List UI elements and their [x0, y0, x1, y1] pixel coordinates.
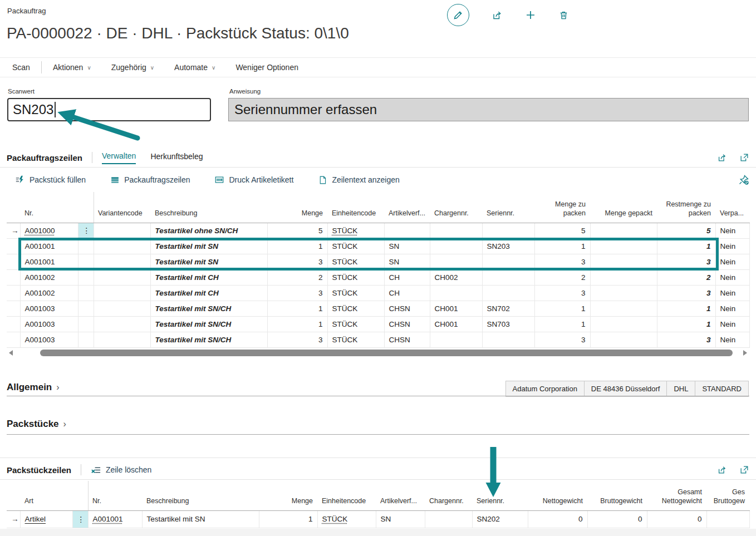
- cell-restmenge_zu_packen[interactable]: 3: [657, 254, 715, 269]
- scroll-left-arrow[interactable]: [9, 350, 13, 356]
- column-header[interactable]: Seriennr.: [482, 191, 534, 223]
- column-header[interactable]: Artikelverf...: [376, 480, 425, 510]
- cell-beschreibung[interactable]: Testartikel mit SN/CH: [150, 301, 267, 316]
- scrollbar-thumb[interactable]: [40, 350, 733, 356]
- cell-bruttogewicht[interactable]: 0: [587, 510, 647, 528]
- cell-beschreibung[interactable]: Testartikel mit CH: [150, 285, 267, 301]
- column-header[interactable]: Einheitencode: [327, 191, 384, 223]
- cell-menge[interactable]: 1: [267, 316, 327, 332]
- cell-seriennr[interactable]: SN703: [482, 316, 534, 332]
- cell-einheitencode[interactable]: STÜCK: [327, 238, 384, 254]
- scanwert-input[interactable]: SN203: [7, 98, 211, 121]
- cell-nr[interactable]: A001001: [20, 238, 78, 254]
- column-header[interactable]: Seriennr.: [472, 480, 528, 510]
- cell-variantencode[interactable]: [94, 254, 150, 269]
- table-row[interactable]: A001001Testartikel mit SN1STÜCKSNSN20311…: [7, 238, 749, 254]
- cell-nettogewicht[interactable]: 0: [528, 510, 587, 528]
- cell-beschreibung[interactable]: Testartikel mit CH: [150, 269, 267, 285]
- column-header[interactable]: Nr.: [88, 480, 142, 510]
- cell-einheitencode[interactable]: STÜCK: [327, 223, 384, 238]
- cell-seriennr[interactable]: [482, 269, 534, 285]
- cell-beschreibung[interactable]: Testartikel ohne SN/CH: [150, 223, 267, 238]
- column-header[interactable]: Beschreibung: [150, 191, 267, 223]
- row-menu-button[interactable]: [78, 301, 94, 316]
- cell-artikelverf[interactable]: CH: [384, 269, 430, 285]
- cell-menge_gepackt[interactable]: [590, 254, 657, 269]
- table-row[interactable]: A001002Testartikel mit CH3STÜCKCH33Nein: [7, 285, 749, 301]
- cell-menge_zu_packen[interactable]: 1: [534, 301, 590, 316]
- cell-nr[interactable]: A001003: [20, 332, 78, 347]
- column-header[interactable]: Artikelverf...: [384, 191, 430, 223]
- menu-scan[interactable]: Scan: [12, 63, 30, 72]
- action-zeile-loeschen[interactable]: Zeile löschen: [91, 465, 152, 475]
- menu-automate[interactable]: Automate∨: [174, 63, 215, 72]
- cell-menge_gepackt[interactable]: [590, 301, 657, 316]
- column-header[interactable]: Ges Bruttogew: [706, 480, 749, 510]
- column-header[interactable]: Menge: [259, 480, 317, 510]
- cell-menge[interactable]: 3: [267, 332, 327, 347]
- table-row[interactable]: A001001Testartikel mit SN3STÜCKSN33Nein: [7, 254, 749, 269]
- action-packstueck-fuellen[interactable]: Packstück füllen: [15, 175, 86, 185]
- cell-variantencode[interactable]: [94, 332, 150, 347]
- cell-einheitencode[interactable]: STÜCK: [327, 269, 384, 285]
- cell-menge_zu_packen[interactable]: 3: [534, 332, 590, 347]
- column-header[interactable]: Menge zu packen: [534, 191, 590, 223]
- cell-verpackt[interactable]: Nein: [715, 223, 749, 238]
- row-menu-button[interactable]: ⋮: [72, 510, 88, 528]
- tab-verwalten[interactable]: Verwalten: [102, 151, 136, 164]
- cell-verpackt[interactable]: Nein: [715, 301, 749, 316]
- cell-nr[interactable]: A001002: [20, 285, 78, 301]
- tab-herkunftsbeleg[interactable]: Herkunftsbeleg: [150, 152, 203, 164]
- cell-artikelverf[interactable]: CHSN: [384, 316, 430, 332]
- table-row[interactable]: A001003Testartikel mit SN/CH1STÜCKCHSNCH…: [7, 301, 749, 316]
- chip-carrier[interactable]: DHL: [666, 381, 695, 397]
- cell-verpackt[interactable]: Nein: [715, 238, 749, 254]
- scroll-right-arrow[interactable]: [743, 350, 747, 356]
- cell-restmenge_zu_packen[interactable]: 5: [657, 223, 715, 238]
- table-row[interactable]: A001002Testartikel mit CH2STÜCKCHCH00222…: [7, 269, 749, 285]
- cell-menge[interactable]: 2: [267, 269, 327, 285]
- menu-zugehoerig[interactable]: Zugehörig∨: [111, 63, 154, 72]
- row-menu-button[interactable]: [78, 285, 94, 301]
- cell-menge_gepackt[interactable]: [590, 285, 657, 301]
- cell-restmenge_zu_packen[interactable]: 2: [657, 269, 715, 285]
- new-button[interactable]: [525, 9, 536, 21]
- fasttab-allgemein[interactable]: Allgemein›: [7, 382, 60, 393]
- chip-address[interactable]: DE 48436 Düsseldorf: [584, 381, 667, 397]
- cell-verpackt[interactable]: Nein: [715, 285, 749, 301]
- cell-nr[interactable]: A001003: [20, 301, 78, 316]
- column-header[interactable]: Menge gepackt: [590, 191, 657, 223]
- cell-menge[interactable]: 1: [267, 301, 327, 316]
- cell-nr[interactable]: A001003: [20, 316, 78, 332]
- cell-menge_zu_packen[interactable]: 2: [534, 269, 590, 285]
- cell-verpackt[interactable]: Nein: [715, 332, 749, 347]
- column-header[interactable]: Menge: [267, 191, 327, 223]
- share-button[interactable]: [717, 465, 727, 475]
- horizontal-scrollbar[interactable]: [7, 349, 749, 357]
- chip-standard[interactable]: STANDARD: [695, 381, 749, 397]
- cell-einheitencode[interactable]: STÜCK: [327, 285, 384, 301]
- column-header[interactable]: Beschreibung: [142, 480, 259, 510]
- cell-seriennr[interactable]: [482, 285, 534, 301]
- cell-menge[interactable]: 1: [259, 510, 317, 528]
- cell-chargennr[interactable]: [430, 223, 482, 238]
- column-header[interactable]: Bruttogewicht: [587, 480, 647, 510]
- column-header[interactable]: Nr.: [20, 191, 78, 223]
- cell-menge[interactable]: 5: [267, 223, 327, 238]
- cell-verpackt[interactable]: Nein: [715, 269, 749, 285]
- cell-artikelverf[interactable]: CHSN: [384, 332, 430, 347]
- column-header[interactable]: Chargennr.: [430, 191, 482, 223]
- column-header[interactable]: Chargennr.: [425, 480, 472, 510]
- row-menu-button[interactable]: [78, 316, 94, 332]
- cell-seriennr[interactable]: SN702: [482, 301, 534, 316]
- cell-seriennr[interactable]: [482, 254, 534, 269]
- cell-artikelverf[interactable]: CH: [384, 285, 430, 301]
- cell-einheitencode[interactable]: STÜCK: [327, 301, 384, 316]
- cell-beschreibung[interactable]: Testartikel mit SN: [142, 510, 259, 528]
- action-druck-artikeletikett[interactable]: Druck Artikeletikett: [214, 175, 293, 185]
- cell-variantencode[interactable]: [94, 238, 150, 254]
- cell-seriennr[interactable]: [482, 223, 534, 238]
- cell-beschreibung[interactable]: Testartikel mit SN: [150, 238, 267, 254]
- cell-artikelverf[interactable]: CHSN: [384, 301, 430, 316]
- cell-seriennr[interactable]: [482, 332, 534, 347]
